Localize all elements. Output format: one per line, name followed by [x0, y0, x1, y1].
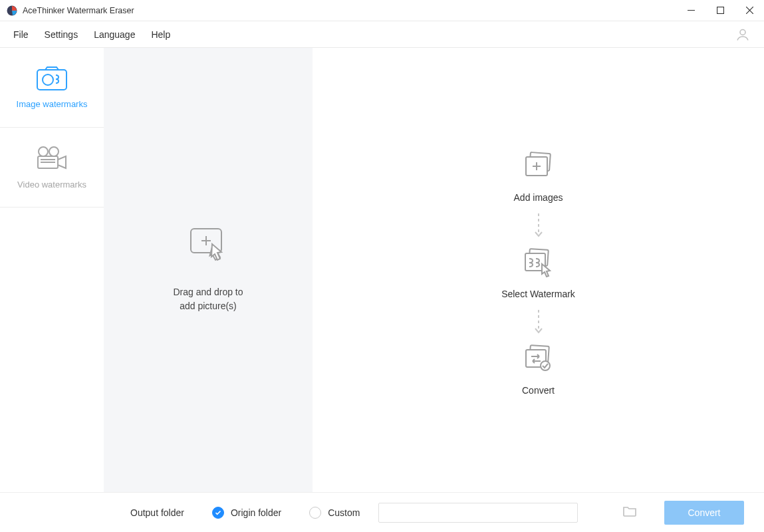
sidebar-label-video: Video watermarks	[17, 180, 86, 190]
custom-path-input[interactable]	[378, 503, 578, 523]
radio-unchecked-icon	[309, 507, 321, 519]
menu-help[interactable]: Help	[143, 21, 178, 48]
step-select-watermark: Select Watermark	[501, 248, 575, 299]
user-icon[interactable]	[735, 27, 751, 43]
radio-custom[interactable]: Custom	[309, 507, 360, 519]
app-icon	[7, 5, 17, 16]
video-camera-icon	[34, 145, 70, 172]
svg-point-7	[43, 74, 53, 85]
output-folder-label: Output folder	[130, 507, 184, 518]
step-label-convert: Convert	[522, 385, 555, 396]
svg-point-8	[39, 147, 48, 156]
folder-icon	[622, 505, 637, 519]
select-watermark-icon	[521, 248, 555, 279]
menu-settings[interactable]: Settings	[37, 21, 86, 48]
steps-guide: Add images Select Watermark	[313, 48, 764, 492]
sidebar: Image watermarks Video watermarks	[0, 48, 104, 492]
app-title: AceThinker Watermark Eraser	[23, 6, 134, 15]
drop-text-line2: add picture(s)	[173, 299, 243, 313]
radio-label-origin: Origin folder	[231, 507, 281, 518]
arrow-down-icon	[535, 309, 543, 335]
sidebar-item-image-watermarks[interactable]: Image watermarks	[0, 48, 104, 128]
footer-bar: Output folder Origin folder Custom Conve…	[0, 492, 764, 532]
convert-button[interactable]: Convert	[664, 501, 744, 525]
menu-bar: File Settings Language Help	[0, 21, 764, 48]
radio-label-custom: Custom	[328, 507, 360, 518]
close-button[interactable]	[735, 0, 764, 21]
menu-language[interactable]: Language	[86, 21, 143, 48]
maximize-button[interactable]	[705, 0, 735, 21]
step-add-images: Add images	[514, 152, 563, 203]
add-images-icon	[522, 152, 555, 183]
drop-text: Drag and drop to add picture(s)	[173, 285, 243, 313]
svg-rect-6	[37, 70, 66, 90]
svg-point-5	[740, 29, 745, 35]
title-bar: AceThinker Watermark Eraser	[0, 0, 764, 21]
minimize-button[interactable]	[676, 0, 705, 21]
menu-file[interactable]: File	[5, 21, 37, 48]
sidebar-label-image: Image watermarks	[17, 99, 88, 109]
window-controls	[676, 0, 764, 21]
drop-text-line1: Drag and drop to	[173, 285, 243, 299]
svg-point-26	[541, 361, 550, 370]
svg-rect-2	[717, 7, 723, 14]
step-convert: Convert	[522, 344, 555, 396]
add-picture-icon	[188, 227, 228, 265]
step-label-select-watermark: Select Watermark	[501, 289, 575, 299]
sidebar-item-video-watermarks[interactable]: Video watermarks	[0, 128, 104, 207]
camera-icon	[36, 66, 68, 91]
radio-checked-icon	[212, 507, 224, 519]
svg-point-9	[49, 147, 59, 156]
step-label-add-images: Add images	[514, 192, 563, 203]
convert-icon	[522, 344, 555, 376]
drop-zone[interactable]: Drag and drop to add picture(s)	[104, 48, 313, 492]
radio-origin-folder[interactable]: Origin folder	[212, 507, 281, 519]
arrow-down-icon	[535, 212, 543, 239]
browse-folder-button[interactable]	[620, 503, 639, 522]
